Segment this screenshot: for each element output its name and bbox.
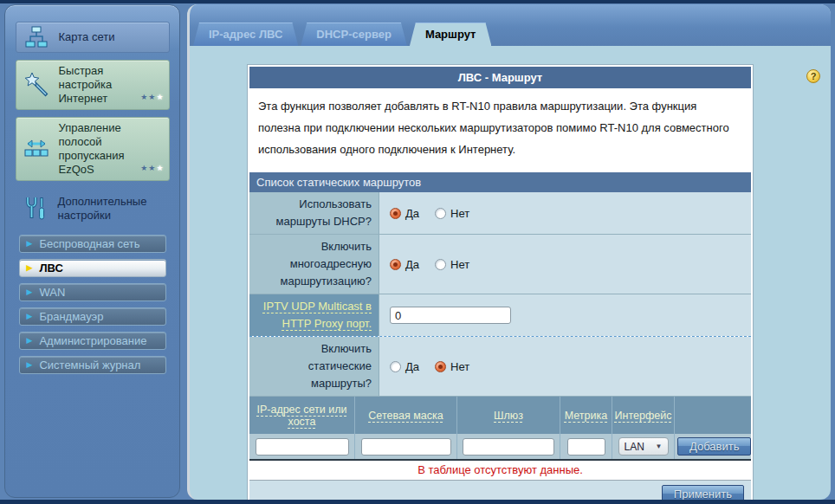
sidebar-item-advanced-settings[interactable]: Дополнительные настройки (16, 191, 170, 226)
radio-selected-icon (435, 361, 446, 372)
sidebar-item-administration[interactable]: ▶ Администрирование (19, 332, 166, 350)
row-label-link[interactable]: IPTV UDP Multicast в HTTP Proxy порт. (249, 294, 379, 336)
sidebar-item-label: Карта сети (59, 30, 115, 44)
help-icon[interactable]: ? (806, 69, 820, 83)
sidebar-item-label: Брандмауэр (39, 310, 103, 323)
iptv-port-input[interactable] (390, 307, 511, 324)
col-header-actions (674, 397, 751, 434)
sidebar-item-label: Управление полосой пропускания EzQoS (59, 121, 139, 177)
tab-label: DHCP-сервер (316, 28, 392, 41)
routes-table-header: IP-адрес сети или хоста Сетевая маска Шл… (249, 397, 751, 434)
rating-stars: ★★★ (140, 90, 164, 104)
arrow-icon: ▶ (27, 264, 33, 272)
add-cell: Добавить (674, 434, 754, 459)
route-ip-input[interactable] (256, 438, 349, 456)
sidebar-item-label: Беспроводная сеть (39, 237, 139, 250)
arrow-icon: ▶ (27, 337, 33, 345)
row-iptv-proxy-port: IPTV UDP Multicast в HTTP Proxy порт. (249, 294, 751, 337)
arrow-icon: ▶ (27, 313, 33, 320)
row-label: Использовать маршруты DHCP? (249, 192, 379, 234)
radio-yes[interactable]: Да (390, 360, 419, 373)
network-map-icon (22, 26, 51, 48)
radio-no[interactable]: Нет (435, 207, 469, 220)
netmask-cell (354, 434, 456, 459)
form-description: Эта функция позволяет добавлять в RT-N10… (249, 88, 751, 172)
apply-button[interactable]: Применить (662, 485, 744, 501)
sidebar-item-system-log[interactable]: ▶ Системный журнал (19, 356, 166, 374)
arrow-icon: ▶ (27, 288, 33, 296)
radio-group: Да Нет (379, 192, 751, 234)
sidebar-item-wireless[interactable]: ▶ Беспроводная сеть (19, 235, 166, 253)
route-form: ЛВС - Маршрут Эта функция позволяет доба… (248, 65, 753, 500)
sidebar-submenu: ▶ Беспроводная сеть ▶ ЛВС ▶ WAN ▶ Брандм… (12, 235, 172, 374)
sidebar-item-wan[interactable]: ▶ WAN (19, 283, 166, 301)
bandwidth-icon (22, 139, 51, 159)
radio-label: Да (405, 258, 419, 271)
radio-unselected-icon (390, 361, 401, 372)
star-icon: ★ (140, 164, 148, 172)
row-static-routes: Включить статические маршруты? Да Нет (249, 337, 751, 397)
iptv-port-cell (379, 294, 751, 336)
rating-stars: ★★★ (140, 161, 164, 175)
interface-selected-value: LAN (625, 441, 644, 453)
metric-cell (560, 434, 612, 459)
gateway-cell (456, 434, 560, 459)
radio-yes[interactable]: Да (390, 258, 419, 271)
tools-icon (21, 196, 50, 222)
row-label: Включить статические маршруты? (249, 337, 379, 396)
tab-lan-ip[interactable]: IP-адрес ЛВС (193, 23, 298, 46)
sidebar-item-label: Системный журнал (39, 359, 140, 372)
radio-unselected-icon (435, 208, 446, 219)
sidebar-item-label: Администрирование (39, 334, 146, 347)
radio-label: Нет (450, 360, 469, 373)
radio-yes[interactable]: Да (390, 207, 419, 220)
col-header-netmask[interactable]: Сетевая маска (354, 397, 456, 434)
sidebar-item-network-map[interactable]: Карта сети (16, 22, 170, 53)
col-header-interface[interactable]: Интерфейс (612, 397, 674, 434)
ip-cell (249, 434, 354, 459)
sidebar-item-label: WAN (39, 286, 65, 299)
sidebar-item-label: ЛВС (39, 262, 62, 275)
tab-route[interactable]: Маршрут (410, 23, 492, 46)
col-header-metric[interactable]: Метрика (560, 397, 612, 434)
radio-selected-icon (390, 259, 401, 270)
radio-no[interactable]: Нет (435, 360, 469, 373)
sidebar-item-quick-setup[interactable]: Быстрая настройка Интернет ★★★ (16, 60, 170, 110)
arrow-icon: ▶ (27, 361, 33, 369)
netmask-input[interactable] (361, 438, 451, 456)
metric-input[interactable] (567, 438, 605, 456)
star-icon: ★ (156, 93, 164, 101)
star-icon: ★ (156, 164, 164, 172)
interface-select[interactable]: LAN ▼ (618, 437, 669, 456)
arrow-icon: ▶ (27, 240, 33, 248)
col-header-gateway[interactable]: Шлюз (456, 397, 560, 434)
radio-label: Нет (450, 207, 469, 220)
sidebar-item-firewall[interactable]: ▶ Брандмауэр (19, 307, 166, 326)
tab-dhcp-server[interactable]: DHCP-сервер (301, 23, 407, 46)
sidebar-item-lan[interactable]: ▶ ЛВС (19, 259, 166, 277)
routes-entry-row: LAN ▼ Добавить (249, 434, 751, 461)
radio-label: Да (405, 360, 419, 373)
interface-cell: LAN ▼ (612, 434, 674, 459)
radio-group: Да Нет (379, 337, 751, 396)
tab-label: IP-адрес ЛВС (209, 28, 282, 41)
row-label: Включить многоадресную маршрутизацию? (249, 235, 379, 294)
tab-bar: IP-адрес ЛВС DHCP-сервер Маршрут (190, 4, 831, 46)
radio-selected-icon (390, 208, 401, 219)
chevron-down-icon: ▼ (656, 443, 663, 450)
row-dhcp-routes: Использовать маршруты DHCP? Да Нет (249, 192, 751, 235)
radio-no[interactable]: Нет (435, 258, 469, 271)
sidebar-item-ezqos[interactable]: Управление полосой пропускания EzQoS ★★★ (16, 117, 170, 181)
gateway-input[interactable] (463, 438, 554, 456)
tab-label: Маршрут (425, 28, 476, 41)
main-panel: IP-адрес ЛВС DHCP-сервер Маршрут ? ЛВС -… (187, 4, 831, 500)
sidebar-item-label: Быстрая настройка Интернет (59, 64, 139, 106)
star-icon: ★ (140, 93, 148, 101)
radio-group: Да Нет (379, 235, 751, 294)
sidebar-item-label: Дополнительные настройки (58, 195, 165, 223)
radio-label: Нет (450, 258, 469, 271)
add-button[interactable]: Добавить (677, 437, 751, 456)
col-header-ip[interactable]: IP-адрес сети или хоста (249, 397, 354, 434)
row-multicast-routing: Включить многоадресную маршрутизацию? Да… (249, 235, 751, 294)
radio-label: Да (405, 207, 419, 220)
